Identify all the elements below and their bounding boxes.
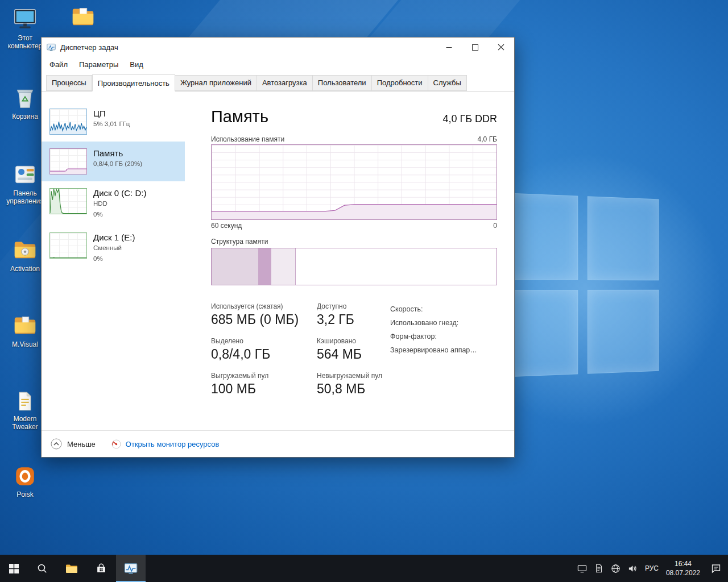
window-title: Диспетчер задач (60, 43, 431, 52)
memory-thumbnail-chart (49, 148, 87, 174)
maximize-button[interactable] (462, 38, 488, 57)
menu-view[interactable]: Вид (124, 58, 149, 71)
window-footer: Меньше Открыть монитор ресурсов (42, 430, 514, 457)
file-explorer-icon (65, 562, 78, 575)
memory-usage-chart (211, 144, 497, 220)
panel-title: Память (211, 107, 268, 126)
menu-file[interactable]: Файл (44, 58, 73, 71)
open-resource-monitor-link[interactable]: Открыть монитор ресурсов (111, 439, 219, 449)
windows-logo (500, 193, 660, 380)
detail-form-factor: Форм-фактор: (390, 330, 477, 343)
memory-segment-standby (271, 248, 296, 285)
tab-startup[interactable]: Автозагрузка (257, 75, 313, 91)
tab-services[interactable]: Службы (428, 75, 467, 91)
sidebar-item-cpu[interactable]: ЦП 5% 3,01 ГГц (42, 102, 185, 142)
performance-sidebar: ЦП 5% 3,01 ГГц Память 0,8/4,0 ГБ (20%) Д… (42, 92, 185, 430)
menu-options[interactable]: Параметры (73, 58, 124, 71)
desktop-icon-poisk[interactable]: Poisk (2, 462, 48, 498)
memory-panel: Память 4,0 ГБ DDR Использование памяти 4… (185, 92, 514, 430)
poisk-app-icon (2, 462, 48, 488)
stat-in-use: Используется (сжатая) 685 МБ (0 МБ) (211, 302, 317, 327)
task-manager-icon (124, 562, 138, 575)
clock-time: 16:44 (666, 559, 700, 568)
stat-committed: Выделено 0,8/4,0 ГБ (211, 337, 317, 362)
minimize-button[interactable] (436, 38, 462, 57)
sidebar-item-disk0[interactable]: Диск 0 (C: D:) HDD 0% (42, 181, 185, 226)
windows-logo-pane (588, 196, 659, 280)
action-center-icon[interactable] (708, 563, 721, 573)
memory-composition-bar (211, 248, 497, 285)
titlebar[interactable]: Диспетчер задач (42, 38, 514, 57)
resource-monitor-icon (111, 439, 121, 449)
stat-paged-pool: Выгружаемый пул 100 МБ (211, 372, 317, 397)
chevron-up-icon (51, 438, 62, 450)
windows-start-icon (9, 564, 19, 573)
sidebar-item-memory[interactable]: Память 0,8/4,0 ГБ (20%) (42, 142, 185, 181)
usage-chart-label: Использование памяти (211, 135, 284, 143)
tab-details[interactable]: Подробности (372, 75, 428, 91)
detail-speed: Скорость: (390, 302, 477, 316)
tab-app-history[interactable]: Журнал приложений (175, 75, 257, 91)
tab-users[interactable]: Пользователи (313, 75, 372, 91)
usage-chart-right-label: 0 (493, 222, 497, 230)
file-explorer-button[interactable] (57, 555, 86, 582)
stat-non-paged-pool: Невыгружаемый пул 50,8 МБ (317, 372, 404, 397)
memory-segment-free (296, 248, 497, 285)
taskbar: РУС 16:44 08.07.2022 (0, 555, 728, 582)
microsoft-store-button[interactable] (86, 555, 116, 582)
memory-capacity: 4,0 ГБ DDR (442, 113, 497, 125)
search-button[interactable] (27, 555, 57, 582)
close-button[interactable] (488, 38, 514, 57)
start-button[interactable] (0, 555, 27, 582)
menu-bar: Файл Параметры Вид (42, 57, 514, 72)
disk1-thumbnail-chart (49, 232, 87, 259)
cpu-thumbnail-chart (49, 109, 87, 135)
volume-icon[interactable] (628, 564, 638, 573)
system-tray: РУС 16:44 08.07.2022 (570, 555, 728, 582)
language-indicator[interactable]: РУС (645, 564, 659, 572)
hardware-details: Скорость: Использовано гнезд: Форм-факто… (390, 302, 477, 357)
memory-segment-modified (259, 248, 272, 285)
task-manager-window: Диспетчер задач Файл Параметры Вид Проце… (41, 37, 515, 458)
windows-logo-pane (588, 290, 659, 374)
folder-icon (60, 3, 106, 30)
taskbar-clock[interactable]: 16:44 08.07.2022 (666, 559, 700, 577)
disk0-thumbnail-chart (49, 188, 87, 214)
detail-slots-used: Использовано гнезд: (390, 316, 477, 330)
memory-segment-in-use (212, 248, 259, 285)
tab-strip: Процессы Производительность Журнал прило… (42, 72, 514, 92)
network-icon[interactable] (611, 564, 621, 573)
composition-label: Структура памяти (211, 238, 497, 246)
memory-stats: Используется (сжатая) 685 МБ (0 МБ) Дост… (211, 302, 404, 397)
search-icon (36, 563, 48, 574)
detail-hardware-reserved: Зарезервировано аппар… (390, 343, 477, 357)
clock-date: 08.07.2022 (666, 568, 700, 577)
fewer-details-button[interactable]: Меньше (51, 438, 96, 450)
usage-chart-left-label: 60 секунд (211, 222, 242, 230)
task-manager-app-icon (47, 43, 56, 52)
tab-performance[interactable]: Производительность (92, 74, 175, 92)
usage-chart-max: 4,0 ГБ (478, 135, 497, 143)
tray-hardware-icon[interactable] (577, 564, 587, 573)
sidebar-item-disk1[interactable]: Диск 1 (E:) Сменный 0% (42, 226, 185, 270)
tray-document-icon[interactable] (594, 564, 603, 573)
tab-processes[interactable]: Процессы (46, 75, 92, 91)
this-pc-icon (2, 6, 48, 32)
task-manager-taskbar-button[interactable] (116, 555, 146, 582)
microsoft-store-icon (95, 562, 107, 575)
desktop-icon-folder[interactable] (60, 3, 106, 32)
